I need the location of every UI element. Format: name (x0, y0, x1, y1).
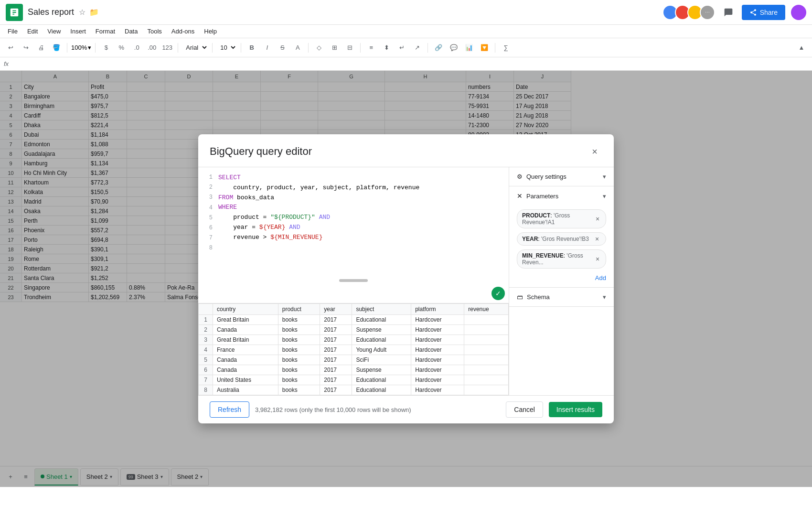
modal-close-button[interactable]: × (587, 144, 602, 159)
fill-color-button[interactable]: ◇ (312, 41, 326, 54)
param-min-revenue-remove-button[interactable]: × (594, 255, 601, 263)
param-product-remove-button[interactable]: × (594, 215, 601, 223)
result-cell: Suspense (352, 325, 411, 335)
bold-button[interactable]: B (245, 41, 258, 54)
code-area[interactable]: 1 2 3 4 5 6 7 8 SELECT (198, 167, 509, 277)
user-avatar[interactable] (791, 5, 806, 20)
menu-file[interactable]: File (4, 27, 21, 36)
undo-button[interactable]: ↩ (4, 41, 17, 54)
schema-header[interactable]: 🗃 Schema ▾ (509, 288, 614, 306)
menu-view[interactable]: View (43, 27, 64, 36)
param-year-remove-button[interactable]: × (593, 235, 601, 243)
formula-label: fx (4, 60, 9, 67)
align-button[interactable]: ≡ (364, 41, 378, 54)
col-header-product: product (278, 304, 320, 315)
result-cell (464, 335, 509, 345)
schema-chevron-icon: ▾ (603, 293, 606, 301)
code-line-3: FROM books_data (218, 193, 503, 203)
param-product-label: PRODUCT: 'Gross Revenue'!A1 (522, 212, 594, 226)
paint-format-button[interactable]: 🪣 (50, 41, 63, 54)
cancel-button[interactable]: Cancel (506, 401, 543, 418)
code-line-5: product = "${PRODUCT}" AND (218, 213, 503, 223)
scroll-thumb[interactable] (339, 279, 368, 282)
code-line-4: WHERE (218, 203, 503, 213)
comment-toolbar-button[interactable]: 💬 (447, 41, 460, 54)
result-cell: 5 (199, 355, 213, 365)
top-right-area: ⋯ Share (662, 5, 806, 20)
formula-bar: fx (0, 57, 812, 71)
result-cell: Educational (352, 335, 411, 345)
parameters-chevron-icon: ▾ (603, 193, 606, 200)
strikethrough-button[interactable]: S (276, 41, 289, 54)
collapse-toolbar-button[interactable]: ▲ (795, 41, 808, 54)
font-size-select[interactable]: 10 (216, 43, 237, 53)
menu-data[interactable]: Data (121, 27, 141, 36)
param-min-revenue: MIN_REVENUE: 'Gross Reven... × (517, 249, 606, 269)
chart-button[interactable]: 📊 (462, 41, 476, 54)
rotate-button[interactable]: ↗ (410, 41, 424, 54)
merge-button[interactable]: ⊟ (343, 41, 356, 54)
comment-button[interactable] (721, 5, 736, 20)
parameters-header[interactable]: ✕ Parameters ▾ (509, 186, 614, 205)
format-123-button[interactable]: 123 (160, 41, 174, 54)
result-cell: books (278, 365, 320, 375)
print-button[interactable]: 🖨 (34, 41, 48, 54)
collaborators: ⋯ (662, 5, 715, 20)
wrap-button[interactable]: ↵ (395, 41, 408, 54)
menu-help[interactable]: Help (200, 27, 221, 36)
result-cell: Educational (352, 375, 411, 385)
font-family-select[interactable]: Arial (182, 43, 208, 53)
result-row: 5Canadabooks2017SciFiHardcover (199, 355, 509, 365)
modal-header: BigQuery query editor × (198, 134, 614, 167)
link-button[interactable]: 🔗 (432, 41, 445, 54)
result-cell: Hardcover (411, 335, 464, 345)
menu-addons[interactable]: Add-ons (168, 27, 198, 36)
add-param-link[interactable]: Add (517, 272, 606, 283)
menu-edit[interactable]: Edit (23, 27, 42, 36)
folder-icon[interactable]: 📁 (89, 8, 99, 17)
menu-insert[interactable]: Insert (66, 27, 90, 36)
star-icon[interactable]: ☆ (79, 8, 85, 17)
rows-info: 3,982,182 rows (only the first 10,000 ro… (255, 406, 500, 413)
borders-button[interactable]: ⊞ (328, 41, 341, 54)
parameters-content: PRODUCT: 'Gross Revenue'!A1 × YEAR: 'Gro… (509, 205, 614, 287)
query-settings-header[interactable]: ⚙ Query settings ▾ (509, 167, 614, 186)
result-cell (464, 385, 509, 395)
result-cell: Canada (213, 355, 278, 365)
bigquery-modal: BigQuery query editor × 1 2 (198, 134, 614, 423)
zoom-dropdown-icon[interactable]: ▾ (88, 44, 91, 51)
insert-results-button[interactable]: Insert results (549, 402, 602, 417)
result-cell: Educational (352, 315, 411, 325)
result-cell: books (278, 315, 320, 325)
results-table: country product year subject platform re… (198, 303, 509, 395)
result-cell: United States (213, 375, 278, 385)
code-content[interactable]: SELECT country, product, year, subject, … (216, 171, 505, 273)
run-check-icon[interactable]: ✓ (491, 287, 505, 300)
result-row: 1Great Britainbooks2017EducationalHardco… (199, 315, 509, 325)
result-cell: Hardcover (411, 385, 464, 395)
line-num-5: 5 (206, 214, 213, 223)
increase-decimals-button[interactable]: .00 (145, 41, 159, 54)
redo-button[interactable]: ↪ (19, 41, 32, 54)
result-cell: 7 (199, 375, 213, 385)
query-editor: 1 2 3 4 5 6 7 8 SELECT (198, 167, 509, 395)
functions-button[interactable]: ∑ (499, 41, 513, 54)
right-panel: ⚙ Query settings ▾ ✕ Param (509, 167, 614, 395)
code-line-1: SELECT (218, 173, 503, 183)
refresh-button[interactable]: Refresh (210, 401, 249, 418)
zoom-control[interactable]: 100% ▾ (71, 44, 91, 51)
valign-button[interactable]: ⬍ (380, 41, 393, 54)
italic-button[interactable]: I (260, 41, 274, 54)
top-bar: Sales report ☆ 📁 ⋯ Share (0, 0, 812, 25)
result-cell: Hardcover (411, 315, 464, 325)
decrease-decimals-button[interactable]: .0 (130, 41, 143, 54)
schema-title: 🗃 Schema (517, 293, 550, 301)
menu-format[interactable]: Format (92, 27, 119, 36)
font-color-button[interactable]: A (291, 41, 304, 54)
currency-button[interactable]: $ (99, 41, 113, 54)
share-button[interactable]: Share (742, 5, 785, 20)
col-header-rownum (199, 304, 213, 315)
filter-button[interactable]: 🔽 (478, 41, 491, 54)
menu-tools[interactable]: Tools (143, 27, 165, 36)
percent-button[interactable]: % (115, 41, 128, 54)
